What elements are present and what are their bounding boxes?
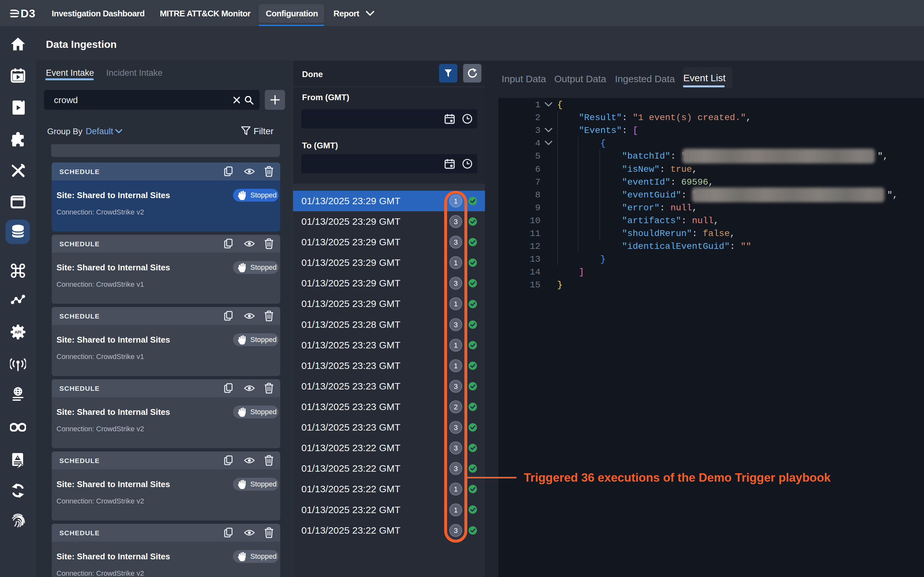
svg-text:API: API bbox=[15, 330, 21, 335]
